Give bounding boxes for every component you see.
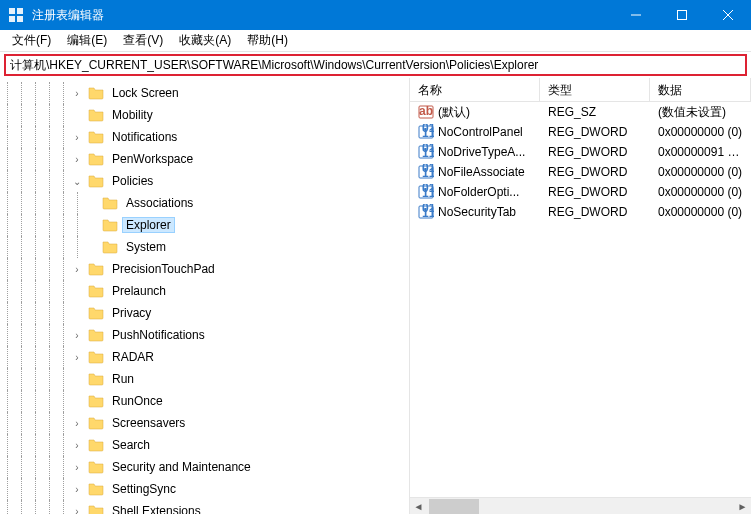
tree-item[interactable]: Associations xyxy=(0,192,409,214)
tree-item[interactable]: ›RADAR xyxy=(0,346,409,368)
value-name: NoSecurityTab xyxy=(438,205,516,219)
tree-item[interactable]: ›PushNotifications xyxy=(0,324,409,346)
list-row[interactable]: 011110NoSecurityTabREG_DWORD0x00000000 (… xyxy=(410,202,751,222)
expand-arrow-icon[interactable]: › xyxy=(70,482,84,496)
tree-item[interactable]: Mobility xyxy=(0,104,409,126)
scroll-right-icon[interactable]: ► xyxy=(734,498,751,515)
column-header-type[interactable]: 类型 xyxy=(540,78,650,101)
tree-item[interactable]: ⌄Policies xyxy=(0,170,409,192)
tree-item[interactable]: Privacy xyxy=(0,302,409,324)
expand-arrow-icon[interactable]: › xyxy=(70,460,84,474)
list-row[interactable]: 011110NoControlPanelREG_DWORD0x00000000 … xyxy=(410,122,751,142)
value-type: REG_SZ xyxy=(540,105,650,119)
expand-arrow-icon[interactable]: › xyxy=(70,438,84,452)
expand-arrow-icon[interactable] xyxy=(70,284,84,298)
menu-favorites[interactable]: 收藏夹(A) xyxy=(171,30,239,51)
expand-arrow-icon[interactable]: › xyxy=(70,130,84,144)
column-header-data[interactable]: 数据 xyxy=(650,78,751,101)
tree-item[interactable]: ›Notifications xyxy=(0,126,409,148)
tree-item[interactable]: ›Search xyxy=(0,434,409,456)
expand-arrow-icon[interactable] xyxy=(70,306,84,320)
list-body: ab(默认)REG_SZ(数值未设置)011110NoControlPanelR… xyxy=(410,102,751,497)
expand-arrow-icon[interactable]: › xyxy=(70,262,84,276)
folder-icon xyxy=(88,349,104,365)
tree-item-label: PenWorkspace xyxy=(108,152,197,166)
dword-value-icon: 011110 xyxy=(418,124,434,140)
expand-arrow-icon[interactable]: › xyxy=(70,504,84,514)
value-name: NoDriveTypeA... xyxy=(438,145,525,159)
svg-text:ab: ab xyxy=(419,104,433,118)
expand-arrow-icon[interactable]: › xyxy=(70,86,84,100)
tree-item[interactable]: ›SettingSync xyxy=(0,478,409,500)
folder-icon xyxy=(102,239,118,255)
maximize-button[interactable] xyxy=(659,0,705,30)
address-bar[interactable]: 计算机\HKEY_CURRENT_USER\SOFTWARE\Microsoft… xyxy=(4,54,747,76)
expand-arrow-icon[interactable] xyxy=(84,218,98,232)
folder-icon xyxy=(88,393,104,409)
expand-arrow-icon[interactable] xyxy=(70,108,84,122)
minimize-button[interactable] xyxy=(613,0,659,30)
tree-item[interactable]: ›Shell Extensions xyxy=(0,500,409,514)
value-data: 0x00000000 (0) xyxy=(650,205,751,219)
expand-arrow-icon[interactable]: › xyxy=(70,416,84,430)
list-row[interactable]: ab(默认)REG_SZ(数值未设置) xyxy=(410,102,751,122)
expand-arrow-icon[interactable]: › xyxy=(70,152,84,166)
value-data: 0x00000000 (0) xyxy=(650,125,751,139)
tree-item[interactable]: System xyxy=(0,236,409,258)
svg-text:110: 110 xyxy=(422,146,434,160)
folder-icon xyxy=(102,195,118,211)
folder-icon xyxy=(88,371,104,387)
menu-help[interactable]: 帮助(H) xyxy=(239,30,296,51)
tree-item[interactable]: Prelaunch xyxy=(0,280,409,302)
menu-file[interactable]: 文件(F) xyxy=(4,30,59,51)
list-row[interactable]: 011110NoFolderOpti...REG_DWORD0x00000000… xyxy=(410,182,751,202)
close-button[interactable] xyxy=(705,0,751,30)
tree-item[interactable]: ›PrecisionTouchPad xyxy=(0,258,409,280)
expand-arrow-icon[interactable]: ⌄ xyxy=(70,174,84,188)
list-row[interactable]: 011110NoDriveTypeA...REG_DWORD0x00000091… xyxy=(410,142,751,162)
tree-item-label: Prelaunch xyxy=(108,284,170,298)
expand-arrow-icon[interactable]: › xyxy=(70,328,84,342)
menu-edit[interactable]: 编辑(E) xyxy=(59,30,115,51)
scrollbar-thumb[interactable] xyxy=(429,499,479,514)
value-data: (数值未设置) xyxy=(650,104,751,121)
tree-item[interactable]: ›Security and Maintenance xyxy=(0,456,409,478)
tree-item-label: Policies xyxy=(108,174,157,188)
svg-text:110: 110 xyxy=(422,126,434,140)
horizontal-scrollbar[interactable]: ◄ ► xyxy=(410,497,751,514)
expand-arrow-icon[interactable] xyxy=(84,240,98,254)
tree-item-label: Lock Screen xyxy=(108,86,183,100)
expand-arrow-icon[interactable] xyxy=(84,196,98,210)
tree-item[interactable]: ›Lock Screen xyxy=(0,82,409,104)
tree-item[interactable]: ›PenWorkspace xyxy=(0,148,409,170)
dword-value-icon: 011110 xyxy=(418,164,434,180)
svg-text:110: 110 xyxy=(422,206,434,220)
list-row[interactable]: 011110NoFileAssociateREG_DWORD0x00000000… xyxy=(410,162,751,182)
folder-icon xyxy=(88,107,104,123)
value-name: NoFileAssociate xyxy=(438,165,525,179)
tree-item[interactable]: ›Screensavers xyxy=(0,412,409,434)
menu-view[interactable]: 查看(V) xyxy=(115,30,171,51)
column-header-name[interactable]: 名称 xyxy=(410,78,540,101)
titlebar: 注册表编辑器 xyxy=(0,0,751,30)
tree-item-label: Explorer xyxy=(122,217,175,233)
expand-arrow-icon[interactable] xyxy=(70,372,84,386)
value-name: NoControlPanel xyxy=(438,125,523,139)
value-data: 0x00000000 (0) xyxy=(650,165,751,179)
folder-icon xyxy=(88,151,104,167)
scroll-left-icon[interactable]: ◄ xyxy=(410,498,427,515)
expand-arrow-icon[interactable] xyxy=(70,394,84,408)
app-icon xyxy=(8,7,24,23)
svg-rect-2 xyxy=(9,16,15,22)
tree-item[interactable]: RunOnce xyxy=(0,390,409,412)
value-type: REG_DWORD xyxy=(540,185,650,199)
svg-rect-0 xyxy=(9,8,15,14)
tree-item-label: PrecisionTouchPad xyxy=(108,262,219,276)
tree-item[interactable]: Run xyxy=(0,368,409,390)
expand-arrow-icon[interactable]: › xyxy=(70,350,84,364)
value-name: NoFolderOpti... xyxy=(438,185,519,199)
value-type: REG_DWORD xyxy=(540,205,650,219)
tree-item[interactable]: Explorer xyxy=(0,214,409,236)
value-data: 0x00000091 (145) xyxy=(650,145,751,159)
tree-item-label: Screensavers xyxy=(108,416,189,430)
